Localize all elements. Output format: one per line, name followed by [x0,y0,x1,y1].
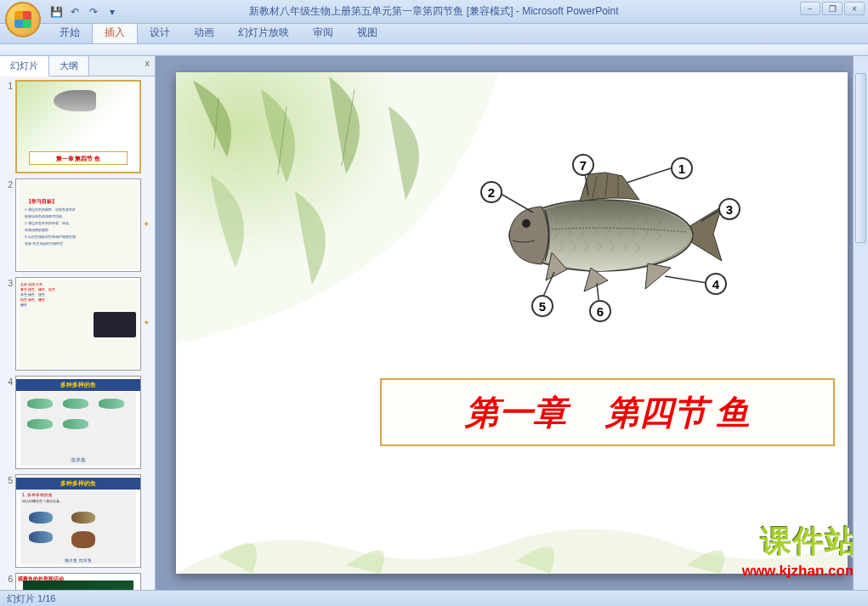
qat-dropdown-icon[interactable]: ▾ [105,5,119,19]
fish-label-4: 4 [705,273,727,295]
scroll-thumb[interactable] [855,73,866,243]
slide-thumb[interactable]: 观察鱼的外形和运动 [15,573,141,590]
window-controls: − ❐ × [800,2,865,15]
save-icon[interactable]: 💾 [49,5,63,19]
fish-label-7: 7 [572,154,594,176]
slide-thumbnail-2[interactable]: 2 【学习目标】 1. 通过对鱼的观察，说明鱼类特征 能够说明鱼的结构与功能 2… [3,178,151,272]
watermark-url: www.kjzhan.com [742,563,858,580]
ribbon-tab-view[interactable]: 视图 [345,22,389,43]
panel-close-button[interactable]: x [140,56,156,76]
title-chapter: 第一章 [465,389,567,436]
slide-thumb[interactable]: 【学习目标】 1. 通过对鱼的观察，说明鱼类特征 能够说明鱼的结构与功能 2. … [15,178,141,272]
ribbon-tab-slideshow[interactable]: 幻灯片放映 [226,22,301,43]
slides-list[interactable]: 1 第一章 第四节 鱼 2 【学习目标】 1. 通过对鱼的观察，说明鱼类特征 能… [0,76,155,590]
animation-indicator-icon [141,474,151,568]
slide-number: 6 [3,573,15,590]
fish-label-3: 3 [718,198,740,220]
slide-thumb[interactable]: 多种多样的鱼 1. 多种多样的鱼 你认识哪些鱼？请说说看。 海水鱼 比目鱼 [15,474,141,568]
ribbon-tab-review[interactable]: 审阅 [301,22,345,43]
titlebar: 💾 ↶ ↷ ▾ 新教材八年级生物上册第五单元第一章第四节鱼 [兼容模式] - M… [0,0,868,24]
slide-thumb[interactable]: 名称 动物 分布 青鱼 鲤鱼、鳙鱼、鲢鱼 草鱼 鲫鱼、鲤鱼 鲢鱼 鲫鱼、鳙鱼 鳙… [15,277,141,371]
fish-label-5: 5 [531,295,553,317]
slide-canvas[interactable]: 1 2 3 4 5 6 7 第一章 第四节 鱼 [176,72,848,574]
svg-line-11 [665,276,707,283]
animation-indicator-icon [141,376,151,469]
content-area: 幻灯片 大纲 x 1 第一章 第四节 鱼 2 [0,56,868,590]
slide-thumbnail-3[interactable]: 3 名称 动物 分布 青鱼 鲤鱼、鳙鱼、鲢鱼 草鱼 鲫鱼、鲤鱼 鲢鱼 鲫鱼、鳙鱼… [3,277,151,371]
minimize-button[interactable]: − [800,2,820,15]
slide-number: 5 [3,474,15,568]
redo-icon[interactable]: ↷ [87,5,100,19]
panel-tabs: 幻灯片 大纲 x [0,56,155,76]
panel-tab-slides[interactable]: 幻灯片 [0,56,49,76]
slide-thumbnail-6[interactable]: 6 观察鱼的外形和运动 [3,573,151,590]
ribbon-tab-design[interactable]: 设计 [138,22,182,43]
main-slide-area: 1 2 3 4 5 6 7 第一章 第四节 鱼 课件站 www.kjzhan.c… [156,56,868,590]
office-button[interactable] [5,2,41,37]
undo-icon[interactable]: ↶ [68,5,82,19]
ribbon-tabs: 开始 插入 设计 动画 幻灯片放映 审阅 视图 [0,24,868,44]
slide-number: 1 [3,80,15,173]
slide-thumbnail-5[interactable]: 5 多种多样的鱼 1. 多种多样的鱼 你认识哪些鱼？请说说看。 海水鱼 比目鱼 [3,474,151,568]
fish-label-6: 6 [589,300,611,322]
slide-thumb[interactable]: 第一章 第四节 鱼 [15,80,141,173]
title-section: 第四节 鱼 [605,389,750,436]
fish-label-2: 2 [480,181,502,203]
animation-indicator-icon [141,80,151,173]
slide-thumbnail-4[interactable]: 4 多种多样的鱼 淡水鱼 [3,376,151,469]
slide-panel: 幻灯片 大纲 x 1 第一章 第四节 鱼 2 [0,56,156,590]
fish-diagram: 1 2 3 4 5 6 7 [457,157,746,319]
window-title: 新教材八年级生物上册第五单元第一章第四节鱼 [兼容模式] - Microsoft… [249,4,618,19]
watermark-text: 课件站 [742,521,858,563]
animation-indicator-icon: ✦ [141,277,151,371]
leaf-background [176,72,499,344]
statusbar: 幻灯片 1/16 [0,590,868,606]
slide-thumbnail-1[interactable]: 1 第一章 第四节 鱼 [3,80,151,173]
svg-point-4 [522,219,530,228]
quick-access-toolbar: 💾 ↶ ↷ ▾ [49,5,119,19]
animation-indicator-icon: ✦ [141,178,151,272]
close-button[interactable]: × [844,2,865,15]
ribbon-tab-animations[interactable]: 动画 [182,22,226,43]
slide-title-box: 第一章 第四节 鱼 [380,378,835,446]
ribbon-tab-home[interactable]: 开始 [48,22,92,43]
svg-line-8 [627,167,673,183]
panel-tab-outline[interactable]: 大纲 [49,56,89,76]
slide-number: 3 [3,277,15,371]
restore-button[interactable]: ❐ [822,2,842,15]
animation-indicator-icon [141,573,151,590]
slide-counter: 幻灯片 1/16 [7,592,55,605]
slide-thumb[interactable]: 多种多样的鱼 淡水鱼 [15,376,141,469]
ribbon-tab-insert[interactable]: 插入 [92,21,138,43]
watermark: 课件站 www.kjzhan.com [742,521,858,580]
svg-line-9 [501,194,533,212]
fish-label-1: 1 [671,157,693,179]
vertical-scrollbar[interactable] [853,56,868,590]
slide-number: 4 [3,376,15,469]
ribbon-body [0,44,868,56]
slide-number: 2 [3,178,15,272]
